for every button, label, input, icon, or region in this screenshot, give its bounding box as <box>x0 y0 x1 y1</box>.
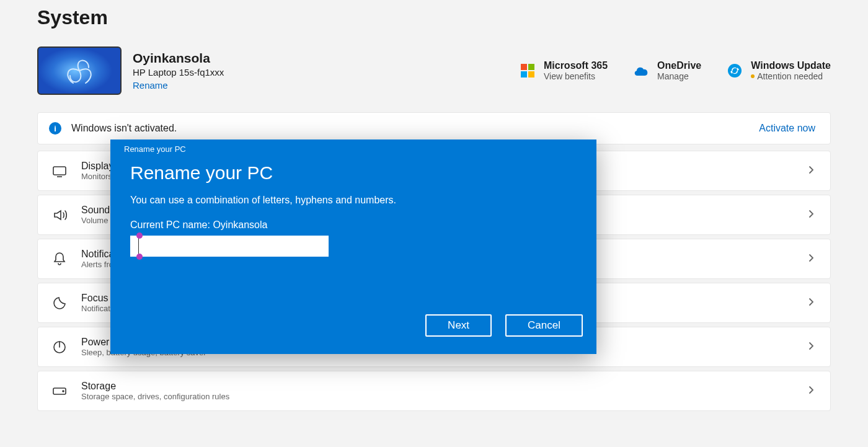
dialog-current-name: Current PC name: Oyinkansola <box>130 219 583 231</box>
dialog-window-title: Rename your PC <box>124 144 583 154</box>
dialog-description: You can use a combination of letters, hy… <box>130 195 583 206</box>
chevron-right-icon <box>807 254 815 265</box>
selection-handle-icon <box>136 254 143 260</box>
onedrive-title: OneDrive <box>657 60 701 71</box>
header-row: Oyinkansola HP Laptop 15s-fq1xxx Rename … <box>37 46 831 95</box>
chevron-right-icon <box>807 166 815 177</box>
sound-icon <box>51 207 68 223</box>
windows-update-sub: Attention needed <box>757 71 823 81</box>
ms365-sub: View benefits <box>544 71 608 81</box>
notifications-icon <box>51 251 68 267</box>
svg-rect-2 <box>521 71 527 77</box>
dialog-heading: Rename your PC <box>130 162 583 184</box>
pc-model: HP Laptop 15s-fq1xxx <box>133 67 224 77</box>
microsoft-logo-icon <box>519 62 536 79</box>
activation-text: Windows isn't activated. <box>71 123 177 134</box>
rename-link[interactable]: Rename <box>133 80 224 91</box>
sync-icon <box>726 62 743 79</box>
chevron-right-icon <box>807 342 815 353</box>
display-icon <box>51 163 68 179</box>
svg-rect-1 <box>528 64 534 70</box>
power-icon <box>51 339 68 355</box>
svg-point-10 <box>63 391 64 392</box>
focus-icon <box>51 295 68 311</box>
windows-update-card[interactable]: Windows Update Attention needed <box>726 60 831 81</box>
windows-update-title: Windows Update <box>751 60 831 71</box>
chevron-right-icon <box>807 386 815 397</box>
rename-pc-dialog: Rename your PC Rename your PC You can us… <box>110 139 596 354</box>
setting-row-storage[interactable]: StorageStorage space, drives, configurat… <box>37 371 831 411</box>
svg-point-4 <box>728 64 742 77</box>
page-title: System <box>37 6 831 29</box>
chevron-right-icon <box>807 210 815 221</box>
next-button[interactable]: Next <box>425 314 492 337</box>
ms365-title: Microsoft 365 <box>544 60 608 71</box>
ms365-card[interactable]: Microsoft 365 View benefits <box>519 60 608 81</box>
pc-thumbnail <box>37 46 122 95</box>
onedrive-sub: Manage <box>657 71 701 81</box>
cancel-button[interactable]: Cancel <box>505 314 583 337</box>
setting-title: Storage <box>81 381 229 392</box>
onedrive-card[interactable]: OneDrive Manage <box>632 60 701 81</box>
svg-rect-5 <box>53 167 66 175</box>
chevron-right-icon <box>807 298 815 309</box>
info-icon: i <box>49 122 61 135</box>
text-cursor <box>138 238 139 254</box>
setting-subtitle: Storage space, drives, configuration rul… <box>81 392 229 401</box>
pc-name: Oyinkansola <box>133 51 224 66</box>
attention-dot-icon <box>751 74 755 78</box>
cloud-icon <box>632 62 650 79</box>
svg-rect-0 <box>521 64 527 70</box>
storage-icon <box>51 383 68 399</box>
pc-name-input[interactable] <box>130 236 329 257</box>
selection-handle-icon <box>136 232 143 239</box>
svg-rect-3 <box>528 71 534 77</box>
activate-now-link[interactable]: Activate now <box>759 123 815 134</box>
